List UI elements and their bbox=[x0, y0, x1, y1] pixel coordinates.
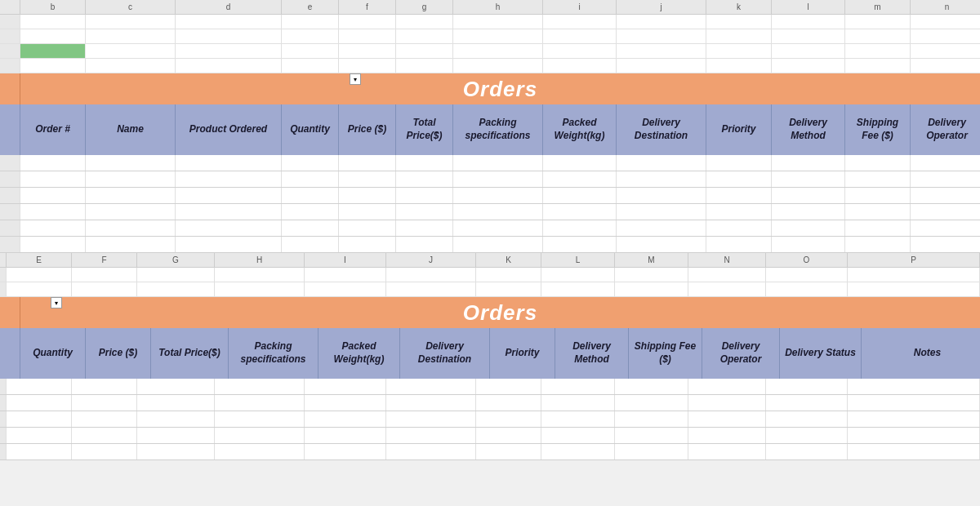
bot-header-packing: Packing specifications bbox=[229, 328, 318, 379]
top-col-letters-row: b c d e f g h i j k l m n bbox=[0, 0, 980, 15]
bot-col-letter-F: F bbox=[72, 253, 137, 267]
bot-col-letter-P: P bbox=[848, 253, 980, 267]
top-spreadsheet: b c d e f g h i j k l m n bbox=[0, 0, 980, 241]
top-header-packing: Packing specifications bbox=[453, 104, 543, 155]
top-col-letter-i: i bbox=[543, 0, 617, 14]
bot-grid-row-2 bbox=[0, 282, 980, 297]
bot-header-row-num bbox=[0, 328, 20, 379]
bot-title-row-num bbox=[0, 297, 20, 328]
bot-col-letter-J: J bbox=[386, 253, 476, 267]
bot-data-row-3 bbox=[0, 411, 980, 428]
top-data-row-2 bbox=[0, 171, 980, 188]
filter-dropdown-top[interactable]: ▾ bbox=[350, 73, 361, 85]
top-header-name: Name bbox=[86, 104, 176, 155]
top-col-letter-m: m bbox=[845, 0, 911, 14]
top-col-letter-n: n bbox=[911, 0, 980, 14]
top-col-letter-g: g bbox=[396, 0, 453, 14]
top-col-letter-f: f bbox=[339, 0, 396, 14]
top-grid-row-2 bbox=[0, 29, 980, 44]
top-header-delivery-operator: Delivery Operator bbox=[911, 104, 980, 155]
top-data-row-4 bbox=[0, 204, 980, 220]
bot-header-total-price: Total Price($) bbox=[151, 328, 229, 379]
bot-data-row-5 bbox=[0, 444, 980, 460]
top-title: Orders bbox=[20, 77, 980, 102]
bot-col-letter-M: M bbox=[615, 253, 688, 267]
top-col-letter-e: e bbox=[282, 0, 339, 14]
top-col-letter-h: h bbox=[453, 0, 543, 14]
top-header-priority: Priority bbox=[706, 104, 772, 155]
top-header-price: Price ($) bbox=[339, 104, 396, 155]
bot-header-row: Quantity Price ($) Total Price($) Packin… bbox=[0, 328, 980, 379]
bot-col-letter-L: L bbox=[541, 253, 615, 267]
filter-dropdown-bottom[interactable]: ▾ bbox=[51, 297, 62, 308]
bot-header-delivery-operator: Delivery Operator bbox=[702, 328, 780, 379]
top-data-row-1 bbox=[0, 155, 980, 171]
bot-header-notes: Notes bbox=[862, 328, 980, 379]
top-title-row-num bbox=[0, 73, 20, 104]
top-col-letter-d: d bbox=[176, 0, 282, 14]
top-title-row: Orders bbox=[0, 73, 980, 104]
bottom-spreadsheet: E F G H I J K L M N O P ▾ Orders Quant bbox=[0, 253, 980, 506]
bot-col-letter-E: E bbox=[7, 253, 72, 267]
top-col-letter-j: j bbox=[617, 0, 706, 14]
top-data-row-5 bbox=[0, 220, 980, 237]
bot-header-delivery-method: Delivery Method bbox=[555, 328, 629, 379]
bot-grid-row-1 bbox=[0, 268, 980, 282]
top-header-delivery-method: Delivery Method bbox=[772, 104, 845, 155]
top-data-row-3 bbox=[0, 188, 980, 204]
bot-header-quantity: Quantity bbox=[20, 328, 86, 379]
top-grid-row-1 bbox=[0, 15, 980, 29]
bot-col-letter-G: G bbox=[137, 253, 215, 267]
bot-col-letter-I: I bbox=[305, 253, 386, 267]
bot-col-letter-O: O bbox=[766, 253, 848, 267]
top-header-delivery-dest: Delivery Destination bbox=[617, 104, 706, 155]
bot-col-letter-N: N bbox=[688, 253, 766, 267]
top-header-shipping-fee: Shipping Fee ($) bbox=[845, 104, 911, 155]
top-header-order-num: Order # bbox=[20, 104, 86, 155]
top-header-product: Product Ordered bbox=[176, 104, 282, 155]
top-header-quantity: Quantity bbox=[282, 104, 339, 155]
top-grid-row-3 bbox=[0, 44, 980, 59]
top-col-letter-c: c bbox=[86, 0, 176, 14]
bot-header-shipping-fee: Shipping Fee ($) bbox=[629, 328, 702, 379]
bot-data-row-4 bbox=[0, 428, 980, 444]
bot-title-row: Orders bbox=[0, 297, 980, 328]
top-header-packed-weight: Packed Weight(kg) bbox=[543, 104, 617, 155]
top-data-row-6 bbox=[0, 237, 980, 253]
top-col-letter-k: k bbox=[706, 0, 772, 14]
bot-title: Orders bbox=[20, 300, 980, 326]
bot-header-delivery-dest: Delivery Destination bbox=[400, 328, 490, 379]
bot-header-delivery-status: Delivery Status bbox=[780, 328, 862, 379]
bot-col-letters-row: E F G H I J K L M N O P bbox=[0, 253, 980, 268]
top-header-row-num bbox=[0, 104, 20, 155]
bot-header-price: Price ($) bbox=[86, 328, 151, 379]
bot-data-row-2 bbox=[0, 395, 980, 411]
bot-header-priority: Priority bbox=[490, 328, 555, 379]
bot-data-row-1 bbox=[0, 379, 980, 395]
top-header-row: Order # Name Product Ordered Quantity Pr… bbox=[0, 104, 980, 155]
top-col-letter-b: b bbox=[20, 0, 86, 14]
bot-col-letter-H: H bbox=[215, 253, 305, 267]
top-header-total-price: Total Price($) bbox=[396, 104, 453, 155]
bot-col-letter-0 bbox=[0, 253, 7, 267]
bot-header-packed-weight: Packed Weight(kg) bbox=[318, 328, 400, 379]
top-col-letter-l: l bbox=[772, 0, 845, 14]
top-grid-row-4 bbox=[0, 59, 980, 73]
bot-col-letter-K: K bbox=[476, 253, 541, 267]
top-col-letter-0 bbox=[0, 0, 20, 14]
